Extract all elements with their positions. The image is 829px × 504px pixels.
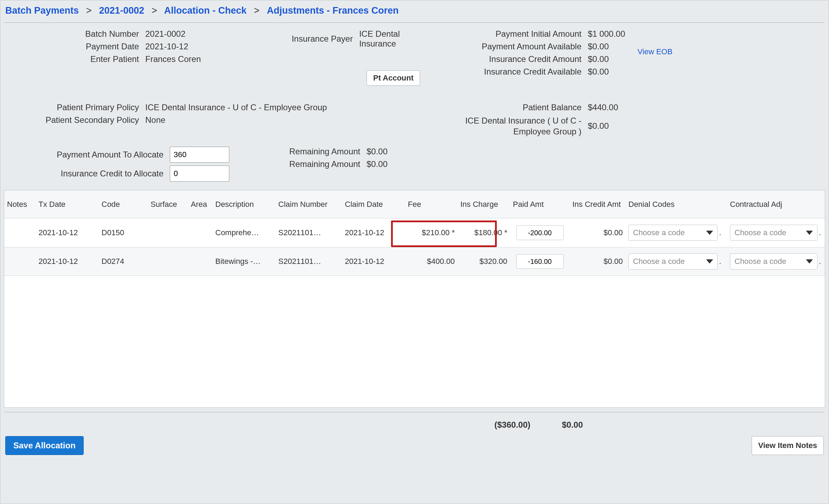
chevron-down-icon [806,231,813,235]
breadcrumb-separator: > [147,5,162,16]
ins-credit-amount-label: Insurance Credit Amount [437,54,588,64]
denial-code-select[interactable]: Choose a code [628,253,718,270]
contractual-adj-select[interactable]: Choose a code [730,253,817,270]
allocation-grid: Notes Tx Date Code Surface Area Descript… [4,190,825,408]
breadcrumb-separator: > [82,5,97,16]
col-denial-codes[interactable]: Denial Codes [626,200,727,209]
view-item-notes-button[interactable]: View Item Notes [752,436,824,455]
payment-initial-label: Payment Initial Amount [437,29,588,39]
col-description[interactable]: Description [213,200,276,209]
col-ins-charge[interactable]: Ins Charge [458,200,510,209]
cell-description: Bitewings -… [213,257,276,266]
primary-policy-value: ICE Dental Insurance - U of C - Employee… [145,103,327,112]
select-placeholder: Choose a code [633,228,685,237]
view-eob-link[interactable]: View EOB [638,47,673,56]
breadcrumb-allocation[interactable]: Allocation - Check [164,5,247,16]
col-claim-number[interactable]: Claim Number [276,200,342,209]
cell-claimdate: 2021-10-12 [342,228,405,237]
breadcrumb-current: Adjustments - Frances Coren [267,5,399,16]
secondary-policy-value: None [145,115,165,125]
col-paid-amt[interactable]: Paid Amt [510,200,570,209]
table-row[interactable]: 2021-10-12 D0150 Comprehe… S2021101… 202… [4,218,825,247]
select-placeholder: Choose a code [734,228,786,237]
grid-header-row: Notes Tx Date Code Surface Area Descript… [4,190,825,218]
ins-credit-available-value: $0.00 [588,67,630,77]
col-notes[interactable]: Notes [4,200,36,209]
total-paid: ($360.00) [4,420,530,430]
ice-group-label: ICE Dental Insurance ( U of C - Employee… [437,115,588,137]
secondary-policy-label: Patient Secondary Policy [5,115,145,125]
cell-txdate: 2021-10-12 [36,228,99,237]
breadcrumb-separator: > [249,5,264,16]
cell-fee: $210.00 * [405,228,458,237]
cell-txdate: 2021-10-12 [36,257,99,266]
cell-ins-charge: $320.00 [458,257,510,266]
col-txdate[interactable]: Tx Date [36,200,99,209]
patient-balance-label: Patient Balance [437,103,588,112]
cell-claimnum: S2021101… [276,257,342,266]
allocate-label: Payment Amount To Allocate [5,150,170,160]
cell-ins-charge: $180.00 * [458,228,510,237]
remaining-value: $0.00 [367,147,388,156]
contractual-adj-select[interactable]: Choose a code [730,225,817,241]
select-placeholder: Choose a code [734,257,786,266]
paid-amt-input[interactable] [516,225,564,240]
totals-row: ($360.00) $0.00 [4,416,825,430]
chevron-down-icon [706,231,713,235]
cell-ins-credit: $0.00 [570,257,626,266]
cell-code: D0274 [99,257,148,266]
payment-available-label: Payment Amount Available [437,42,588,51]
col-ins-credit-amt[interactable]: Ins Credit Amt [570,200,626,209]
divider [5,412,824,412]
col-contractual-adj[interactable]: Contractual Adj [727,200,825,209]
total-credit: $0.00 [530,420,586,430]
credit-allocate-label: Insurance Credit to Allocate [5,169,170,178]
cell-claimdate: 2021-10-12 [342,257,405,266]
breadcrumb-batch-number[interactable]: 2021-0002 [99,5,144,16]
patient-balance-value: $440.00 [588,103,630,112]
allocate-input[interactable] [170,147,229,163]
save-allocation-button[interactable]: Save Allocation [5,436,84,455]
payment-available-value: $0.00 [588,42,630,51]
ins-credit-available-label: Insurance Credit Available [437,67,588,77]
dot-separator: . [817,228,822,237]
chevron-down-icon [706,259,713,264]
payment-date-value: 2021-10-12 [145,42,188,51]
batch-number-label: Batch Number [5,29,145,39]
table-row[interactable]: 2021-10-12 D0274 Bitewings -… S2021101… … [4,247,825,276]
select-placeholder: Choose a code [633,257,685,266]
breadcrumb-batch-payments[interactable]: Batch Payments [5,5,79,16]
cell-claimnum: S2021101… [276,228,342,237]
ice-group-value: $0.00 [588,121,630,131]
batch-number-value: 2021-0002 [145,29,186,39]
chevron-down-icon [806,259,813,264]
payment-date-label: Payment Date [5,42,145,51]
col-area[interactable]: Area [188,200,213,209]
pt-account-button[interactable]: Pt Account [367,70,420,86]
col-fee[interactable]: Fee [405,200,458,209]
col-claim-date[interactable]: Claim Date [342,200,405,209]
dot-separator: . [817,257,822,266]
divider [5,22,824,23]
remaining2-value: $0.00 [367,159,388,169]
col-surface[interactable]: Surface [148,200,188,209]
insurance-payer-label: Insurance Payer [262,34,359,44]
primary-policy-label: Patient Primary Policy [5,103,145,112]
dot-separator: . [718,228,723,237]
ins-credit-amount-value: $0.00 [588,54,630,64]
payment-initial-value: $1 000.00 [588,29,630,39]
remaining2-label: Remaining Amount [262,159,367,169]
insurance-payer-value: ICE Dental Insurance [359,29,433,49]
credit-allocate-input[interactable] [170,166,229,182]
denial-code-select[interactable]: Choose a code [628,225,718,241]
dot-separator: . [718,257,723,266]
cell-code: D0150 [99,228,148,237]
remaining-label: Remaining Amount [262,147,367,156]
paid-amt-input[interactable] [516,254,564,269]
cell-description: Comprehe… [213,228,276,237]
cell-fee: $400.00 [405,257,458,266]
cell-ins-credit: $0.00 [570,228,626,237]
breadcrumb: Batch Payments > 2021-0002 > Allocation … [4,3,825,22]
enter-patient-label: Enter Patient [5,54,145,64]
col-code[interactable]: Code [99,200,148,209]
